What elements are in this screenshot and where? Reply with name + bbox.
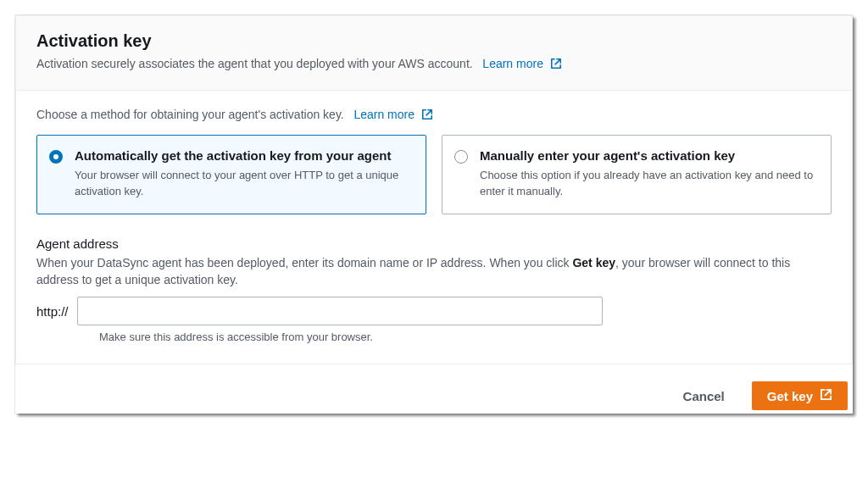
- agent-address-row: http://: [36, 297, 832, 325]
- option-desc: Choose this option if you already have a…: [480, 168, 817, 200]
- method-options: Automatically get the activation key fro…: [36, 135, 832, 214]
- method-intro: Choose a method for obtaining your agent…: [36, 108, 832, 123]
- agent-address-input[interactable]: [77, 297, 603, 325]
- external-link-icon: [421, 108, 433, 123]
- cancel-button[interactable]: Cancel: [668, 381, 740, 410]
- option-manual[interactable]: Manually enter your agent's activation k…: [442, 135, 832, 214]
- page-title: Activation key: [36, 31, 832, 51]
- panel-body: Choose a method for obtaining your agent…: [16, 91, 852, 364]
- panel-header: Activation key Activation securely assoc…: [16, 16, 852, 91]
- agent-address-section: Agent address When your DataSync agent h…: [36, 236, 832, 344]
- agent-address-label: Agent address: [36, 236, 832, 251]
- http-prefix: http://: [36, 304, 69, 319]
- radio-icon: [49, 150, 63, 164]
- learn-more-link-method[interactable]: Learn more: [353, 108, 432, 121]
- external-link-icon: [820, 388, 832, 403]
- activation-key-panel: Activation key Activation securely assoc…: [15, 15, 853, 364]
- agent-address-hint: Make sure this address is accessible fro…: [99, 331, 832, 343]
- option-desc: Your browser will connect to your agent …: [75, 168, 412, 200]
- agent-address-help: When your DataSync agent has been deploy…: [36, 254, 832, 289]
- option-title: Manually enter your agent's activation k…: [480, 147, 817, 164]
- page-subtitle: Activation securely associates the agent…: [36, 56, 832, 75]
- option-title: Automatically get the activation key fro…: [75, 147, 412, 164]
- learn-more-link-header[interactable]: Learn more: [482, 57, 561, 70]
- option-auto[interactable]: Automatically get the activation key fro…: [36, 135, 426, 214]
- radio-icon: [454, 150, 468, 164]
- get-key-button[interactable]: Get key: [752, 381, 848, 410]
- external-link-icon: [550, 58, 562, 75]
- footer-actions: Cancel Get key: [15, 364, 853, 414]
